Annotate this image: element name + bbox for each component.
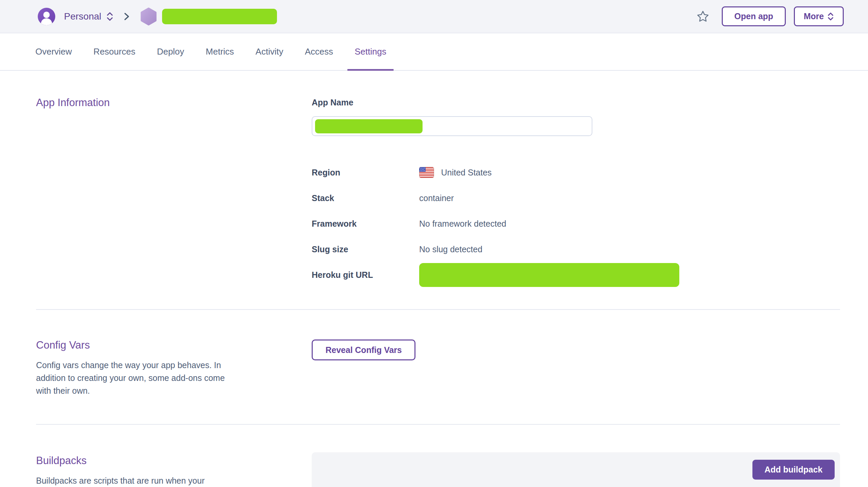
- reveal-config-vars-button[interactable]: Reveal Config Vars: [312, 339, 415, 360]
- slug-size-label: Slug size: [312, 245, 419, 254]
- tab-access[interactable]: Access: [298, 33, 341, 70]
- buildpacks-text-col: Buildpacks Buildpacks are scripts that a…: [36, 455, 312, 487]
- section-divider: [36, 424, 840, 425]
- add-buildpack-button[interactable]: Add buildpack: [752, 460, 835, 480]
- app-information-rows: Region: [312, 160, 840, 288]
- buildpacks-section: Buildpacks Buildpacks are scripts that a…: [0, 455, 868, 487]
- app-nav-tabs: Overview Resources Deploy Metrics Activi…: [0, 33, 868, 71]
- region-label: Region: [312, 168, 419, 177]
- app-information-heading: App Information: [36, 97, 312, 108]
- slug-size-row: Slug size No slug detected: [312, 236, 840, 262]
- framework-row: Framework No framework detected: [312, 211, 840, 236]
- workspace-sort-chevrons-icon[interactable]: [106, 11, 114, 22]
- open-app-button[interactable]: Open app: [722, 6, 786, 26]
- heroku-git-url-redacted: [419, 263, 679, 287]
- breadcrumb: Personal: [38, 7, 277, 26]
- app-name-input[interactable]: [312, 116, 592, 136]
- buildpacks-panel: Add buildpack: [312, 452, 840, 487]
- settings-content: App Information App Name Region: [0, 97, 868, 487]
- framework-label: Framework: [312, 219, 419, 229]
- tab-metrics[interactable]: Metrics: [198, 33, 242, 70]
- region-value: United States: [419, 167, 492, 178]
- workspace-selector[interactable]: Personal: [64, 11, 101, 22]
- app-information-fields-col: App Name Region: [312, 97, 840, 288]
- app-information-heading-col: App Information: [36, 97, 312, 288]
- region-value-text: United States: [441, 168, 492, 177]
- tab-deploy[interactable]: Deploy: [150, 33, 192, 70]
- tab-resources[interactable]: Resources: [86, 33, 143, 70]
- config-vars-text-col: Config Vars Config vars change the way y…: [36, 339, 312, 397]
- chevron-right-icon: [123, 11, 130, 22]
- framework-value: No framework detected: [419, 219, 506, 229]
- app-name-redacted[interactable]: [162, 9, 277, 24]
- heroku-app-settings-page: Personal: [0, 0, 868, 487]
- tab-activity[interactable]: Activity: [248, 33, 290, 70]
- app-name-input-redacted: [315, 119, 423, 133]
- config-vars-description: Config vars change the way your app beha…: [36, 359, 226, 397]
- favorite-star-icon[interactable]: [696, 10, 710, 23]
- tab-overview[interactable]: Overview: [28, 33, 79, 70]
- user-avatar-icon[interactable]: [38, 8, 55, 25]
- stack-label: Stack: [312, 193, 419, 203]
- app-name-label: App Name: [312, 97, 840, 108]
- us-flag-icon: [419, 167, 434, 178]
- buildpacks-heading: Buildpacks: [36, 455, 312, 466]
- more-button-label: More: [804, 11, 824, 21]
- app-information-section: App Information App Name Region: [0, 97, 868, 288]
- stack-row: Stack container: [312, 185, 840, 211]
- config-vars-heading: Config Vars: [36, 339, 312, 351]
- region-row: Region: [312, 160, 840, 185]
- heroku-git-url-row: Heroku git URL: [312, 262, 840, 288]
- more-button[interactable]: More: [794, 6, 844, 26]
- config-vars-section: Config Vars Config vars change the way y…: [0, 339, 868, 397]
- top-bar-actions: Open app More: [696, 6, 844, 26]
- more-sort-chevrons-icon: [827, 12, 834, 21]
- section-divider: [36, 309, 840, 310]
- app-hexagon-icon: [141, 7, 157, 26]
- top-bar: Personal: [0, 0, 868, 33]
- heroku-git-url-label: Heroku git URL: [312, 270, 419, 280]
- config-vars-action-col: Reveal Config Vars: [312, 339, 840, 397]
- buildpacks-description: Buildpacks are scripts that are run when…: [36, 474, 226, 487]
- slug-size-value: No slug detected: [419, 245, 483, 254]
- stack-value: container: [419, 193, 454, 203]
- tab-settings[interactable]: Settings: [347, 33, 394, 70]
- buildpacks-panel-col: Add buildpack: [312, 452, 840, 487]
